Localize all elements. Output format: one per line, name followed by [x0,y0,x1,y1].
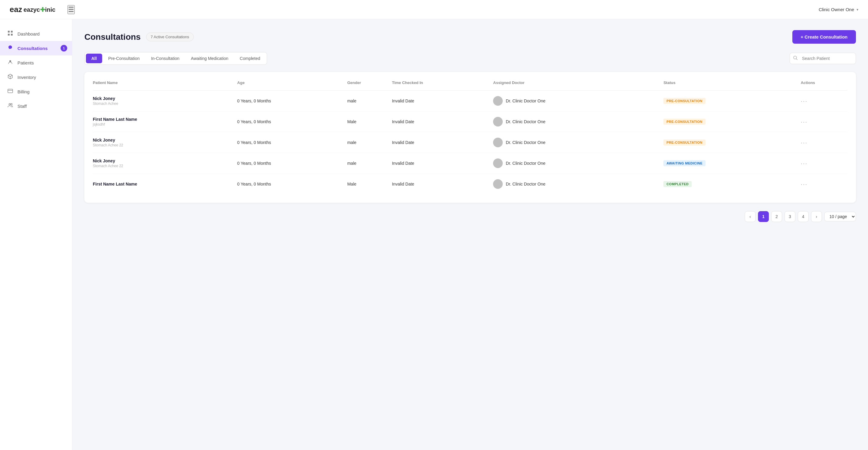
pagination-next[interactable]: › [811,211,822,222]
patients-icon [7,59,13,66]
col-gender: Gender [347,81,392,91]
pagination-page-1[interactable]: 1 [758,211,769,222]
row-actions-button-4[interactable]: ··· [801,181,808,188]
pagination-prev[interactable]: ‹ [745,211,755,222]
main-content: Consultations 7 Active Consultations + C… [72,19,868,450]
filter-tab-pre-consultation[interactable]: Pre-Consultation [103,54,145,63]
col-patient-name: Patient Name [93,81,237,91]
inventory-icon [7,74,13,81]
patient-sub-1: jsjksdhf [93,122,237,127]
search-icon [793,56,798,61]
patient-name-2: Nick Joney [93,138,237,142]
doctor-avatar-1 [493,117,503,127]
sidebar-item-dashboard[interactable]: Dashboard [0,27,72,41]
patient-name-4: First Name Last Name [93,182,237,187]
cell-gender-1: Male [347,111,392,132]
patient-name-1: First Name Last Name [93,117,237,122]
sidebar-item-inventory[interactable]: Inventory [0,70,72,84]
table-header: Patient Name Age Gender Time Checked In … [93,81,847,91]
pagination: ‹ 1 2 3 4 › 10 / page 20 / page 50 / pag… [84,211,856,222]
doctor-name-3: Dr. Clinic Doctor One [506,161,545,166]
col-actions: Actions [801,81,847,91]
consultations-table: Patient Name Age Gender Time Checked In … [93,81,847,194]
filter-tab-awaiting-medication[interactable]: Awaiting Medication [185,54,234,63]
consultations-icon [7,45,13,52]
row-actions-button-3[interactable]: ··· [801,160,808,167]
col-age: Age [237,81,347,91]
cell-actions-4: ··· [801,174,847,195]
staff-icon [7,103,13,109]
svg-rect-3 [8,31,10,33]
cell-checked-in-3: Invalid Date [392,153,493,174]
cell-actions-0: ··· [801,91,847,111]
table-row: Nick Joney Stomach Achee 22 0 Years, 0 M… [93,153,847,174]
doctor-name-0: Dr. Clinic Doctor One [506,98,545,103]
cell-patient-name-4: First Name Last Name [93,174,237,195]
cell-doctor-2: Dr. Clinic Doctor One [493,132,663,153]
doctor-avatar-0 [493,96,503,106]
filter-tab-completed[interactable]: Completed [235,54,266,63]
doctor-name-4: Dr. Clinic Doctor One [506,182,545,187]
patient-sub-2: Stomach Achee 22 [93,143,237,147]
cell-checked-in-4: Invalid Date [392,174,493,195]
cell-status-3: AWAITING MEDICINE [663,153,801,174]
logo[interactable]: eazyc inic ✚ eazyc✚inic [10,4,56,16]
svg-rect-6 [11,34,13,36]
sidebar-label-patients: Patients [18,60,34,65]
svg-text:eazyc: eazyc [10,5,22,14]
cell-gender-3: male [347,153,392,174]
page-header: Consultations 7 Active Consultations + C… [84,30,856,44]
cell-actions-1: ··· [801,111,847,132]
create-consultation-button[interactable]: + Create Consultation [792,30,856,44]
user-menu[interactable]: Clinic Owner One ▾ [818,7,858,12]
cell-doctor-0: Dr. Clinic Doctor One [493,91,663,111]
pagination-page-4[interactable]: 4 [798,211,809,222]
pagination-page-3[interactable]: 3 [784,211,795,222]
cell-actions-3: ··· [801,153,847,174]
status-badge-3: AWAITING MEDICINE [663,160,706,166]
col-status: Status [663,81,801,91]
cell-age-4: 0 Years, 0 Months [237,174,347,195]
per-page-select[interactable]: 10 / page 20 / page 50 / page [824,212,856,221]
patient-sub-3: Stomach Achee 22 [93,164,237,168]
cell-patient-name-0: Nick Joney Stomach Achee [93,91,237,111]
active-consultations-badge: 7 Active Consultations [146,33,194,41]
sidebar-label-staff: Staff [18,104,27,109]
cell-gender-0: male [347,91,392,111]
cell-doctor-3: Dr. Clinic Doctor One [493,153,663,174]
doctor-name-2: Dr. Clinic Doctor One [506,140,545,145]
cell-status-0: PRE-CONSULTATION [663,91,801,111]
table-body: Nick Joney Stomach Achee 0 Years, 0 Mont… [93,91,847,195]
cell-status-1: PRE-CONSULTATION [663,111,801,132]
layout: Dashboard Consultations 1 Patients Inven… [0,19,868,450]
sidebar-item-patients[interactable]: Patients [0,56,72,70]
sidebar-item-staff[interactable]: Staff [0,99,72,113]
svg-rect-8 [8,89,13,93]
sidebar-label-dashboard: Dashboard [18,31,39,36]
row-actions-button-0[interactable]: ··· [801,98,808,104]
svg-rect-4 [11,31,13,33]
status-badge-4: COMPLETED [663,181,692,187]
doctor-avatar-2 [493,138,503,147]
table-row: Nick Joney Stomach Achee 0 Years, 0 Mont… [93,91,847,111]
dashboard-icon [7,30,13,37]
billing-icon [7,88,13,95]
sidebar-item-billing[interactable]: Billing [0,84,72,99]
cell-age-3: 0 Years, 0 Months [237,153,347,174]
page-title-area: Consultations 7 Active Consultations [84,32,194,42]
svg-point-10 [11,104,12,105]
sidebar: Dashboard Consultations 1 Patients Inven… [0,19,72,450]
hamburger-button[interactable]: ☰ [67,5,75,14]
row-actions-button-2[interactable]: ··· [801,139,808,146]
filter-tab-all[interactable]: All [86,54,102,63]
sidebar-label-billing: Billing [18,89,30,94]
cell-doctor-4: Dr. Clinic Doctor One [493,174,663,195]
sidebar-item-consultations[interactable]: Consultations 1 [0,41,72,56]
svg-point-7 [9,60,11,62]
cell-age-2: 0 Years, 0 Months [237,132,347,153]
pagination-page-2[interactable]: 2 [771,211,782,222]
row-actions-button-1[interactable]: ··· [801,118,808,125]
cell-checked-in-2: Invalid Date [392,132,493,153]
search-patient-input[interactable] [789,53,856,64]
filter-tab-in-consultation[interactable]: In-Consultation [146,54,185,63]
